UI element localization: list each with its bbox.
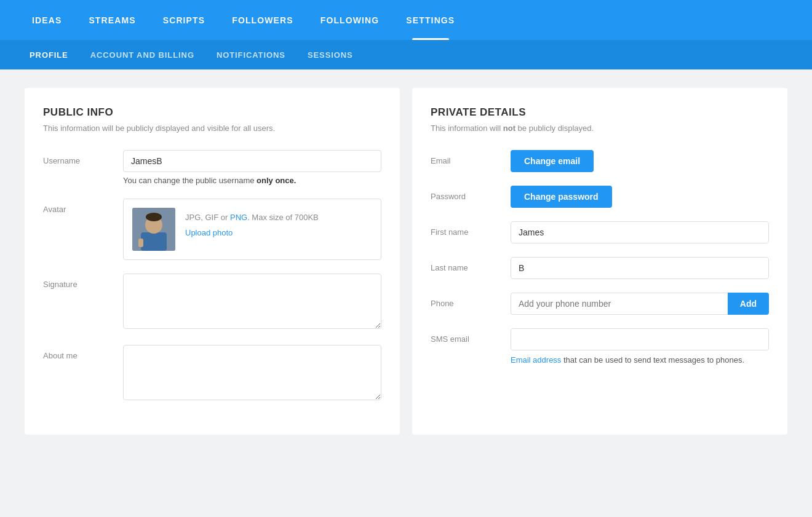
phone-row: Phone Add bbox=[431, 293, 769, 315]
page-content: PUBLIC INFO This information will be pub… bbox=[0, 69, 812, 453]
private-details-subtitle: This information will not be publicly di… bbox=[431, 124, 769, 133]
phone-input[interactable] bbox=[511, 293, 728, 315]
sms-email-label: SMS email bbox=[431, 328, 511, 344]
private-details-title: PRIVATE DETAILS bbox=[431, 106, 769, 119]
nav-ideas[interactable]: IDEAS bbox=[18, 0, 75, 40]
svg-rect-4 bbox=[138, 239, 143, 247]
nav-streams[interactable]: STREAMS bbox=[75, 0, 149, 40]
about-label: About me bbox=[43, 345, 123, 360]
avatar-image bbox=[132, 208, 175, 251]
username-row: Username You can change the public usern… bbox=[43, 150, 381, 185]
avatar-row: Avatar bbox=[43, 199, 381, 260]
password-control-wrap: Change password bbox=[511, 186, 769, 208]
about-row: About me bbox=[43, 345, 381, 403]
add-phone-button[interactable]: Add bbox=[728, 293, 769, 315]
phone-control-wrap: Add bbox=[511, 293, 769, 315]
firstname-input[interactable] bbox=[511, 221, 769, 243]
change-password-button[interactable]: Change password bbox=[511, 186, 612, 208]
nav-scripts[interactable]: SCRIPTS bbox=[149, 0, 219, 40]
sms-hint: Email address that can be used to send t… bbox=[511, 354, 769, 366]
public-info-card: PUBLIC INFO This information will be pub… bbox=[25, 88, 400, 435]
email-row: Email Change email bbox=[431, 150, 769, 172]
signature-label: Signature bbox=[43, 274, 123, 289]
sms-email-row: SMS email Email address that can be used… bbox=[431, 328, 769, 366]
firstname-label: First name bbox=[431, 221, 511, 237]
avatar-area: JPG, GIF or PNG. Max size of 700KB Uploa… bbox=[123, 199, 381, 260]
avatar-svg bbox=[132, 208, 175, 251]
lastname-row: Last name bbox=[431, 257, 769, 279]
signature-control-wrap bbox=[123, 274, 381, 331]
avatar-control-wrap: JPG, GIF or PNG. Max size of 700KB Uploa… bbox=[123, 199, 381, 260]
firstname-control-wrap bbox=[511, 221, 769, 243]
nav-followers[interactable]: FOLLOWERS bbox=[218, 0, 307, 40]
public-info-title: PUBLIC INFO bbox=[43, 106, 381, 119]
sms-email-input[interactable] bbox=[511, 328, 769, 350]
lastname-input[interactable] bbox=[511, 257, 769, 279]
lastname-control-wrap bbox=[511, 257, 769, 279]
subnav-sessions[interactable]: SESSIONS bbox=[297, 40, 364, 69]
email-label: Email bbox=[431, 150, 511, 165]
subnav-notifications[interactable]: NOTIFICATIONS bbox=[205, 40, 297, 69]
nav-settings[interactable]: SETTINGS bbox=[392, 0, 468, 40]
about-textarea[interactable] bbox=[123, 345, 381, 400]
nav-following[interactable]: FOLLOWING bbox=[307, 0, 393, 40]
private-details-card: PRIVATE DETAILS This information will no… bbox=[412, 88, 787, 435]
signature-textarea[interactable] bbox=[123, 274, 381, 329]
public-info-subtitle: This information will be publicly displa… bbox=[43, 124, 381, 133]
change-email-button[interactable]: Change email bbox=[511, 150, 594, 172]
username-control-wrap: You can change the public username only … bbox=[123, 150, 381, 185]
avatar-info: JPG, GIF or PNG. Max size of 700KB Uploa… bbox=[185, 208, 319, 240]
phone-label: Phone bbox=[431, 293, 511, 308]
email-control-wrap: Change email bbox=[511, 150, 769, 172]
sms-email-control-wrap: Email address that can be used to send t… bbox=[511, 328, 769, 366]
username-hint: You can change the public username only … bbox=[123, 176, 381, 185]
username-label: Username bbox=[43, 150, 123, 165]
signature-row: Signature bbox=[43, 274, 381, 331]
top-navigation: IDEAS STREAMS SCRIPTS FOLLOWERS FOLLOWIN… bbox=[0, 0, 812, 40]
upload-photo-link[interactable]: Upload photo bbox=[185, 227, 319, 240]
username-input[interactable] bbox=[123, 150, 381, 172]
avatar-label: Avatar bbox=[43, 199, 123, 214]
lastname-label: Last name bbox=[431, 257, 511, 272]
password-row: Password Change password bbox=[431, 186, 769, 208]
about-control-wrap bbox=[123, 345, 381, 403]
password-label: Password bbox=[431, 186, 511, 201]
svg-rect-1 bbox=[141, 232, 167, 251]
svg-point-3 bbox=[146, 213, 162, 221]
subnav-account-billing[interactable]: ACCOUNT AND BILLING bbox=[79, 40, 205, 69]
subnav-profile[interactable]: PROFILE bbox=[18, 40, 79, 69]
phone-input-wrap: Add bbox=[511, 293, 769, 315]
sub-navigation: PROFILE ACCOUNT AND BILLING NOTIFICATION… bbox=[0, 40, 812, 69]
firstname-row: First name bbox=[431, 221, 769, 243]
